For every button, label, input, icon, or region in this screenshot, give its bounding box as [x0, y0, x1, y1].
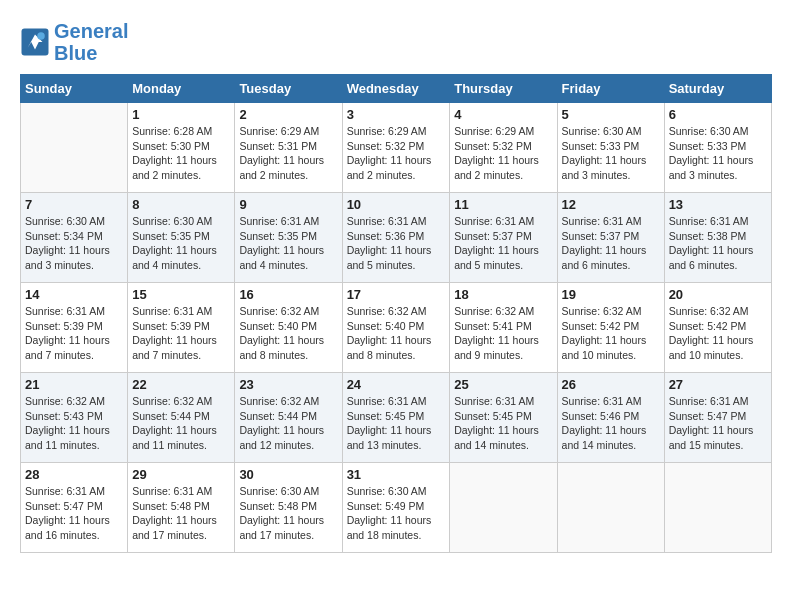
calendar-day-cell: 2Sunrise: 6:29 AM Sunset: 5:31 PM Daylig…: [235, 103, 342, 193]
calendar-week-row: 7Sunrise: 6:30 AM Sunset: 5:34 PM Daylig…: [21, 193, 772, 283]
calendar-week-row: 14Sunrise: 6:31 AM Sunset: 5:39 PM Dayli…: [21, 283, 772, 373]
day-info: Sunrise: 6:30 AM Sunset: 5:34 PM Dayligh…: [25, 214, 123, 273]
calendar-day-cell: 19Sunrise: 6:32 AM Sunset: 5:42 PM Dayli…: [557, 283, 664, 373]
weekday-header-tuesday: Tuesday: [235, 75, 342, 103]
day-number: 14: [25, 287, 123, 302]
day-number: 20: [669, 287, 767, 302]
calendar-day-cell: 13Sunrise: 6:31 AM Sunset: 5:38 PM Dayli…: [664, 193, 771, 283]
calendar-day-cell: 11Sunrise: 6:31 AM Sunset: 5:37 PM Dayli…: [450, 193, 557, 283]
calendar-day-cell: 21Sunrise: 6:32 AM Sunset: 5:43 PM Dayli…: [21, 373, 128, 463]
day-info: Sunrise: 6:32 AM Sunset: 5:44 PM Dayligh…: [132, 394, 230, 453]
calendar-table: SundayMondayTuesdayWednesdayThursdayFrid…: [20, 74, 772, 553]
logo-text: General Blue: [54, 20, 128, 64]
day-info: Sunrise: 6:31 AM Sunset: 5:47 PM Dayligh…: [25, 484, 123, 543]
calendar-day-cell: 10Sunrise: 6:31 AM Sunset: 5:36 PM Dayli…: [342, 193, 450, 283]
calendar-day-cell: [664, 463, 771, 553]
day-info: Sunrise: 6:31 AM Sunset: 5:47 PM Dayligh…: [669, 394, 767, 453]
day-number: 25: [454, 377, 552, 392]
calendar-week-row: 1Sunrise: 6:28 AM Sunset: 5:30 PM Daylig…: [21, 103, 772, 193]
calendar-day-cell: 14Sunrise: 6:31 AM Sunset: 5:39 PM Dayli…: [21, 283, 128, 373]
day-number: 9: [239, 197, 337, 212]
logo: General Blue: [20, 20, 128, 64]
day-number: 19: [562, 287, 660, 302]
calendar-day-cell: 12Sunrise: 6:31 AM Sunset: 5:37 PM Dayli…: [557, 193, 664, 283]
day-info: Sunrise: 6:30 AM Sunset: 5:35 PM Dayligh…: [132, 214, 230, 273]
day-info: Sunrise: 6:31 AM Sunset: 5:39 PM Dayligh…: [132, 304, 230, 363]
weekday-header-saturday: Saturday: [664, 75, 771, 103]
day-number: 21: [25, 377, 123, 392]
day-info: Sunrise: 6:32 AM Sunset: 5:42 PM Dayligh…: [669, 304, 767, 363]
day-number: 8: [132, 197, 230, 212]
day-number: 5: [562, 107, 660, 122]
calendar-day-cell: 1Sunrise: 6:28 AM Sunset: 5:30 PM Daylig…: [128, 103, 235, 193]
page-header: General Blue: [20, 20, 772, 64]
logo-icon: [20, 27, 50, 57]
day-number: 7: [25, 197, 123, 212]
calendar-day-cell: 22Sunrise: 6:32 AM Sunset: 5:44 PM Dayli…: [128, 373, 235, 463]
calendar-day-cell: 5Sunrise: 6:30 AM Sunset: 5:33 PM Daylig…: [557, 103, 664, 193]
day-number: 2: [239, 107, 337, 122]
calendar-day-cell: 20Sunrise: 6:32 AM Sunset: 5:42 PM Dayli…: [664, 283, 771, 373]
calendar-day-cell: 6Sunrise: 6:30 AM Sunset: 5:33 PM Daylig…: [664, 103, 771, 193]
calendar-day-cell: 29Sunrise: 6:31 AM Sunset: 5:48 PM Dayli…: [128, 463, 235, 553]
day-number: 26: [562, 377, 660, 392]
calendar-day-cell: 7Sunrise: 6:30 AM Sunset: 5:34 PM Daylig…: [21, 193, 128, 283]
day-number: 3: [347, 107, 446, 122]
day-info: Sunrise: 6:31 AM Sunset: 5:36 PM Dayligh…: [347, 214, 446, 273]
calendar-day-cell: 24Sunrise: 6:31 AM Sunset: 5:45 PM Dayli…: [342, 373, 450, 463]
day-info: Sunrise: 6:32 AM Sunset: 5:41 PM Dayligh…: [454, 304, 552, 363]
calendar-week-row: 21Sunrise: 6:32 AM Sunset: 5:43 PM Dayli…: [21, 373, 772, 463]
weekday-header-thursday: Thursday: [450, 75, 557, 103]
day-number: 16: [239, 287, 337, 302]
day-info: Sunrise: 6:32 AM Sunset: 5:43 PM Dayligh…: [25, 394, 123, 453]
day-info: Sunrise: 6:32 AM Sunset: 5:40 PM Dayligh…: [347, 304, 446, 363]
day-number: 28: [25, 467, 123, 482]
calendar-day-cell: 4Sunrise: 6:29 AM Sunset: 5:32 PM Daylig…: [450, 103, 557, 193]
day-info: Sunrise: 6:28 AM Sunset: 5:30 PM Dayligh…: [132, 124, 230, 183]
day-info: Sunrise: 6:29 AM Sunset: 5:32 PM Dayligh…: [347, 124, 446, 183]
day-number: 24: [347, 377, 446, 392]
calendar-day-cell: [21, 103, 128, 193]
day-info: Sunrise: 6:30 AM Sunset: 5:33 PM Dayligh…: [669, 124, 767, 183]
day-number: 27: [669, 377, 767, 392]
calendar-header-row: SundayMondayTuesdayWednesdayThursdayFrid…: [21, 75, 772, 103]
calendar-week-row: 28Sunrise: 6:31 AM Sunset: 5:47 PM Dayli…: [21, 463, 772, 553]
day-info: Sunrise: 6:29 AM Sunset: 5:32 PM Dayligh…: [454, 124, 552, 183]
weekday-header-wednesday: Wednesday: [342, 75, 450, 103]
calendar-day-cell: 9Sunrise: 6:31 AM Sunset: 5:35 PM Daylig…: [235, 193, 342, 283]
calendar-day-cell: 16Sunrise: 6:32 AM Sunset: 5:40 PM Dayli…: [235, 283, 342, 373]
day-info: Sunrise: 6:31 AM Sunset: 5:39 PM Dayligh…: [25, 304, 123, 363]
day-info: Sunrise: 6:31 AM Sunset: 5:37 PM Dayligh…: [562, 214, 660, 273]
day-number: 17: [347, 287, 446, 302]
calendar-day-cell: 31Sunrise: 6:30 AM Sunset: 5:49 PM Dayli…: [342, 463, 450, 553]
day-info: Sunrise: 6:29 AM Sunset: 5:31 PM Dayligh…: [239, 124, 337, 183]
weekday-header-monday: Monday: [128, 75, 235, 103]
day-number: 31: [347, 467, 446, 482]
day-info: Sunrise: 6:32 AM Sunset: 5:40 PM Dayligh…: [239, 304, 337, 363]
calendar-day-cell: [557, 463, 664, 553]
day-number: 6: [669, 107, 767, 122]
day-info: Sunrise: 6:31 AM Sunset: 5:37 PM Dayligh…: [454, 214, 552, 273]
day-info: Sunrise: 6:31 AM Sunset: 5:38 PM Dayligh…: [669, 214, 767, 273]
calendar-day-cell: 30Sunrise: 6:30 AM Sunset: 5:48 PM Dayli…: [235, 463, 342, 553]
day-info: Sunrise: 6:31 AM Sunset: 5:46 PM Dayligh…: [562, 394, 660, 453]
day-info: Sunrise: 6:31 AM Sunset: 5:35 PM Dayligh…: [239, 214, 337, 273]
day-info: Sunrise: 6:31 AM Sunset: 5:45 PM Dayligh…: [454, 394, 552, 453]
day-number: 10: [347, 197, 446, 212]
day-number: 15: [132, 287, 230, 302]
day-info: Sunrise: 6:32 AM Sunset: 5:42 PM Dayligh…: [562, 304, 660, 363]
day-number: 11: [454, 197, 552, 212]
calendar-day-cell: 17Sunrise: 6:32 AM Sunset: 5:40 PM Dayli…: [342, 283, 450, 373]
day-number: 18: [454, 287, 552, 302]
svg-point-2: [37, 32, 45, 40]
day-info: Sunrise: 6:30 AM Sunset: 5:48 PM Dayligh…: [239, 484, 337, 543]
day-number: 4: [454, 107, 552, 122]
calendar-day-cell: 27Sunrise: 6:31 AM Sunset: 5:47 PM Dayli…: [664, 373, 771, 463]
calendar-day-cell: 8Sunrise: 6:30 AM Sunset: 5:35 PM Daylig…: [128, 193, 235, 283]
day-number: 1: [132, 107, 230, 122]
calendar-day-cell: 15Sunrise: 6:31 AM Sunset: 5:39 PM Dayli…: [128, 283, 235, 373]
day-number: 13: [669, 197, 767, 212]
day-info: Sunrise: 6:31 AM Sunset: 5:48 PM Dayligh…: [132, 484, 230, 543]
weekday-header-friday: Friday: [557, 75, 664, 103]
calendar-day-cell: 3Sunrise: 6:29 AM Sunset: 5:32 PM Daylig…: [342, 103, 450, 193]
